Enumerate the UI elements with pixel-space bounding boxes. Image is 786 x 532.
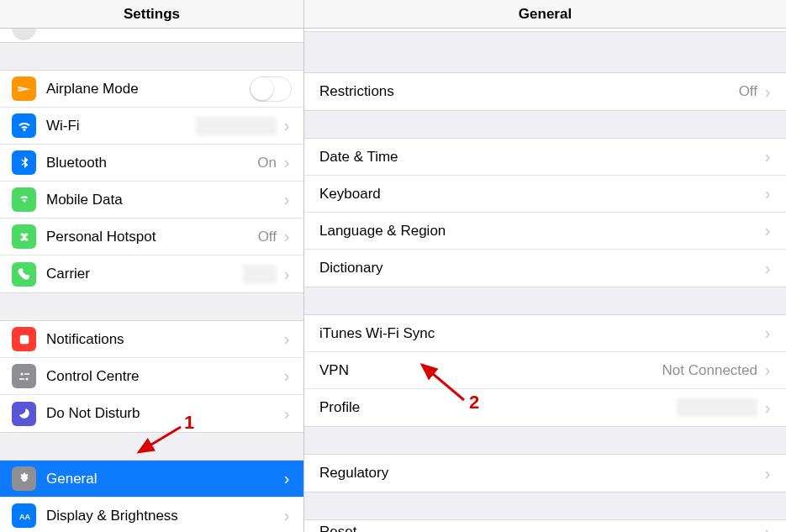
svg-text:AA: AA <box>19 512 30 520</box>
hotspot-icon <box>12 224 36 249</box>
detail-row-regulatory[interactable]: Regulatory › <box>304 455 786 492</box>
sidebar-item-display[interactable]: AA Display & Brightness › <box>0 498 303 532</box>
general-group-datetime: Date & Time › Keyboard › Language & Regi… <box>304 138 786 287</box>
svg-rect-2 <box>24 373 29 375</box>
sidebar-item-controlcentre[interactable]: Control Centre › <box>0 358 303 395</box>
sidebar-item-airplane[interactable]: Airplane Mode <box>0 71 303 108</box>
sidebar-item-wifi[interactable]: Wi-Fi › <box>0 108 303 145</box>
chevron-right-icon: › <box>762 361 773 380</box>
chevron-right-icon: › <box>282 116 292 135</box>
sidebar-item-bluetooth[interactable]: Bluetooth On › <box>0 145 303 182</box>
general-group-regulatory: Regulatory › <box>304 454 786 492</box>
detail-row-dictionary[interactable]: Dictionary › <box>304 250 786 287</box>
do-not-disturb-icon <box>12 402 36 426</box>
chevron-right-icon: › <box>762 523 773 533</box>
chevron-right-icon: › <box>282 265 292 284</box>
chevron-right-icon: › <box>762 398 773 418</box>
wifi-value-redacted <box>196 117 277 135</box>
general-detail-pane: General Restrictions Off › Date & Time ›… <box>304 0 786 532</box>
control-centre-icon <box>12 364 36 388</box>
sidebar-item-general[interactable]: General › <box>0 461 303 498</box>
chevron-right-icon: › <box>282 506 292 525</box>
sidebar-item-hotspot[interactable]: Personal Hotspot Off › <box>0 219 303 255</box>
display-brightness-icon: AA <box>12 503 36 528</box>
svg-rect-4 <box>19 378 24 380</box>
left-pane-title: Settings <box>0 0 303 29</box>
bluetooth-icon <box>12 150 36 175</box>
sidebar-item-notifications[interactable]: Notifications › <box>0 321 303 358</box>
chevron-right-icon: › <box>282 469 292 488</box>
carrier-value-redacted <box>243 265 277 283</box>
general-group-vpn: iTunes Wi-Fi Sync › VPN Not Connected › … <box>304 314 786 427</box>
chevron-right-icon: › <box>282 153 292 172</box>
chevron-right-icon: › <box>762 82 773 102</box>
svg-point-1 <box>20 372 23 375</box>
detail-row-restrictions[interactable]: Restrictions Off › <box>304 73 786 110</box>
restrictions-value: Off <box>739 83 757 100</box>
sidebar-item-dnd[interactable]: Do Not Disturb › <box>0 395 303 432</box>
general-group-reset: Reset › <box>304 519 786 532</box>
settings-sidebar: Settings Airplane Mode <box>0 0 304 532</box>
detail-row-datetime[interactable]: Date & Time › <box>304 139 786 176</box>
chevron-right-icon: › <box>282 404 292 424</box>
general-group-restrictions: Restrictions Off › <box>304 72 786 111</box>
hotspot-value: Off <box>258 229 277 245</box>
notifications-icon <box>12 327 36 351</box>
chevron-right-icon: › <box>762 259 773 278</box>
wifi-icon <box>12 113 36 138</box>
settings-group-notifications: Notifications › Control Centre › Do Not … <box>0 320 303 433</box>
settings-group-connectivity: Airplane Mode Wi-Fi › Bluetooth <box>0 70 303 293</box>
sidebar-item-carrier[interactable]: Carrier › <box>0 255 303 292</box>
right-pane-title: General <box>304 0 786 29</box>
chevron-right-icon: › <box>762 221 773 240</box>
carrier-icon <box>12 262 36 287</box>
bluetooth-value: On <box>257 155 277 171</box>
chevron-right-icon: › <box>282 190 292 209</box>
mobile-data-icon <box>12 187 36 212</box>
chevron-right-icon: › <box>282 227 292 246</box>
airplane-icon <box>12 76 36 101</box>
settings-group-general: General › AA Display & Brightness › Wall… <box>0 460 303 532</box>
detail-row-vpn[interactable]: VPN Not Connected › <box>304 352 786 389</box>
detail-row-keyboard[interactable]: Keyboard › <box>304 176 786 213</box>
svg-rect-0 <box>19 334 29 344</box>
chevron-right-icon: › <box>762 184 773 203</box>
chevron-right-icon: › <box>762 464 773 483</box>
chevron-right-icon: › <box>282 366 292 386</box>
detail-row-itunes-wifi-sync[interactable]: iTunes Wi-Fi Sync › <box>304 315 786 352</box>
detail-row-reset[interactable]: Reset › <box>304 520 786 532</box>
vpn-value: Not Connected <box>662 362 757 379</box>
svg-point-3 <box>25 377 28 380</box>
chevron-right-icon: › <box>282 329 292 349</box>
detail-row-language-region[interactable]: Language & Region › <box>304 213 786 250</box>
detail-row-profile[interactable]: Profile › <box>304 389 786 426</box>
airplane-switch[interactable] <box>250 76 292 102</box>
sidebar-item-mobiledata[interactable]: Mobile Data › <box>0 182 303 219</box>
gear-icon <box>12 466 36 491</box>
chevron-right-icon: › <box>762 147 773 166</box>
accounts-row-partial[interactable] <box>0 29 303 43</box>
chevron-right-icon: › <box>762 324 773 343</box>
profile-value-redacted <box>677 398 757 417</box>
